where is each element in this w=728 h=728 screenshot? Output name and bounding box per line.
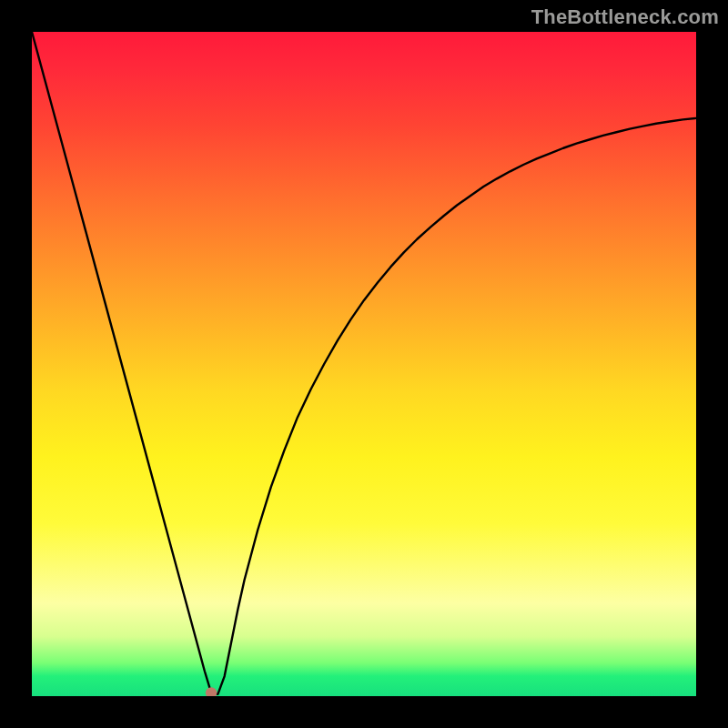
- chart-stage: TheBottleneck.com: [0, 0, 728, 728]
- watermark-text: TheBottleneck.com: [531, 5, 719, 29]
- minimum-marker: [206, 687, 217, 696]
- plot-area: [32, 32, 696, 696]
- bottleneck-curve: [32, 32, 696, 694]
- curve-svg: [32, 32, 696, 696]
